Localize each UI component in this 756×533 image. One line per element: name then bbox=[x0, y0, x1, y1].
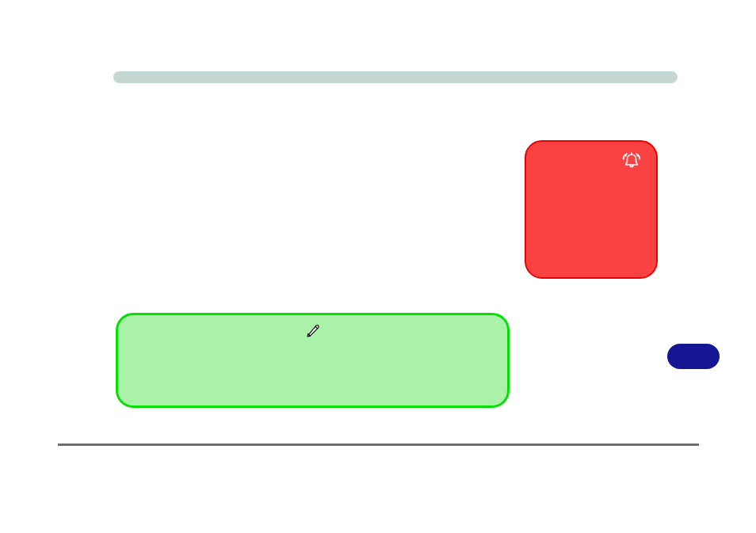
divider-line bbox=[58, 444, 699, 446]
canvas bbox=[0, 0, 756, 533]
top-bar bbox=[113, 71, 678, 83]
blue-pill[interactable] bbox=[667, 344, 720, 369]
red-card[interactable] bbox=[525, 140, 658, 279]
bell-ring-icon bbox=[621, 151, 642, 170]
green-card[interactable] bbox=[116, 313, 510, 408]
pen-icon bbox=[306, 323, 320, 337]
